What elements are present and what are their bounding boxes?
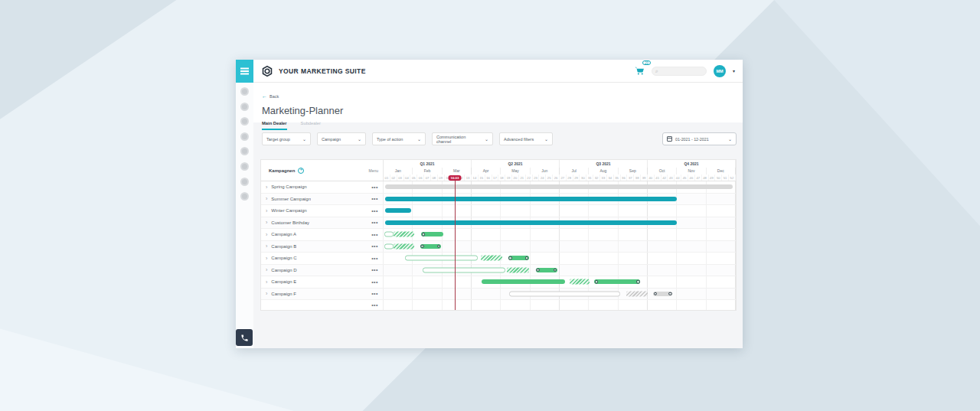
gantt-bar-solid[interactable]: [594, 279, 640, 284]
grid-cell: [707, 265, 736, 276]
row-menu-button[interactable]: •••: [371, 208, 378, 214]
gantt-bar-hatch[interactable]: [394, 232, 414, 237]
grid-cell: [707, 300, 736, 310]
gantt-bar-solid[interactable]: [508, 256, 529, 260]
week-number: 38: [634, 175, 641, 181]
row-menu-button[interactable]: •••: [371, 256, 378, 261]
campaign-list-item[interactable]: ›Campaign E•••: [261, 276, 384, 288]
gantt-bar-outline[interactable]: [405, 256, 478, 261]
grid-cell: [677, 229, 706, 240]
expand-chevron-icon[interactable]: ›: [266, 208, 267, 214]
gantt-bar-hatch[interactable]: [507, 267, 529, 272]
bar-handle-icon[interactable]: [668, 292, 672, 295]
expand-chevron-icon[interactable]: ›: [266, 243, 267, 249]
grid-cell: [531, 253, 560, 264]
gantt-bar-solid[interactable]: [385, 197, 677, 201]
campaign-list-item[interactable]: ›Campaign F•••: [261, 289, 384, 300]
campaign-list-item[interactable]: ›Summer Campaign•••: [261, 194, 384, 205]
row-menu-button[interactable]: •••: [371, 243, 378, 249]
gantt-bar-solid[interactable]: [420, 244, 441, 249]
gantt-bar-hatch[interactable]: [626, 291, 648, 296]
grid-cell: [648, 276, 677, 288]
campaign-list-item[interactable]: ›Campaign D•••: [261, 265, 384, 276]
rail-dot[interactable]: [240, 162, 249, 171]
search-input[interactable]: [660, 69, 698, 73]
bar-handle-icon[interactable]: [554, 268, 557, 272]
tab-subdealer[interactable]: Subdealer: [301, 121, 321, 130]
account-chevron-down-icon[interactable]: ▾: [733, 68, 735, 73]
row-menu-button[interactable]: •••: [371, 196, 378, 201]
bar-handle-icon[interactable]: [525, 256, 529, 260]
gantt-row-track: [384, 205, 736, 217]
expand-chevron-icon[interactable]: ›: [266, 232, 267, 237]
campaign-list-item[interactable]: ›Winter Campaign•••: [261, 205, 384, 217]
expand-chevron-icon[interactable]: ›: [266, 267, 267, 272]
rail-dot[interactable]: [240, 192, 249, 201]
gantt-row-track: [384, 194, 736, 205]
gantt-bar-hatch[interactable]: [394, 243, 414, 249]
campaign-list-item[interactable]: ›Spring Campaign•••: [261, 181, 384, 193]
rail-dot[interactable]: [240, 117, 249, 126]
campaign-list-item[interactable]: ›Campaign A•••: [261, 229, 384, 240]
tab-main-dealer[interactable]: Main Dealer: [262, 121, 287, 130]
rail-dot[interactable]: [240, 147, 249, 155]
bar-handle-icon[interactable]: [420, 244, 424, 248]
rail-dot[interactable]: [240, 178, 249, 186]
bar-handle-icon[interactable]: [422, 233, 426, 236]
search-box[interactable]: ⌕: [652, 67, 707, 76]
expand-chevron-icon[interactable]: ›: [266, 196, 267, 201]
bar-handle-icon[interactable]: [636, 280, 640, 284]
expand-chevron-icon[interactable]: ›: [266, 220, 267, 225]
avatar[interactable]: MM: [714, 65, 726, 77]
date-range-picker[interactable]: 01-2021 - 12-2021 ⌄: [662, 132, 737, 145]
gantt-bar-solid[interactable]: [385, 220, 677, 225]
row-menu-button[interactable]: •••: [371, 302, 378, 308]
phone-contact-button[interactable]: [236, 329, 253, 346]
row-menu-button[interactable]: •••: [371, 279, 378, 285]
row-menu-button[interactable]: •••: [371, 291, 378, 296]
bar-handle-icon[interactable]: [595, 280, 599, 284]
gantt-bar-solid[interactable]: [385, 208, 412, 213]
gantt-bar-solid[interactable]: [653, 292, 672, 296]
cart-button[interactable]: 20: [635, 64, 645, 78]
expand-chevron-icon[interactable]: ›: [266, 279, 267, 285]
rail-dot[interactable]: [240, 87, 249, 96]
bar-handle-icon[interactable]: [508, 256, 512, 260]
bar-handle-icon[interactable]: [437, 244, 441, 248]
gantt-bar-hatch[interactable]: [481, 256, 503, 261]
back-link[interactable]: ← Back: [262, 93, 279, 99]
gantt-bar-solid[interactable]: [421, 232, 443, 236]
filter-communication-channel[interactable]: Communication channel⌄: [432, 132, 493, 145]
rail-dot[interactable]: [240, 132, 249, 141]
campaign-list-item[interactable]: ›Customer Birthday•••: [261, 217, 384, 229]
add-campaign-button[interactable]: +: [298, 168, 304, 174]
gantt-bar-outline[interactable]: [423, 267, 505, 272]
gantt-bar-outline[interactable]: [384, 243, 394, 249]
hamburger-menu-button[interactable]: [236, 60, 253, 83]
row-menu-button[interactable]: •••: [371, 232, 378, 237]
gantt-bar-outline[interactable]: [509, 291, 621, 296]
expand-chevron-icon[interactable]: ›: [266, 256, 267, 261]
bar-handle-icon[interactable]: [536, 268, 540, 272]
filter-type-of-action[interactable]: Type of action⌄: [372, 132, 426, 145]
expand-chevron-icon[interactable]: ›: [266, 184, 267, 190]
gantt-bar-solid[interactable]: [482, 279, 565, 284]
filter-advanced-filters[interactable]: Advanced filters⌄: [499, 132, 553, 145]
campaign-list-item[interactable]: ›Campaign B•••: [261, 241, 384, 253]
campaign-list-item[interactable]: ›Campaign C•••: [261, 253, 384, 264]
campaign-row: ›Campaign F•••: [261, 289, 736, 301]
row-menu-button[interactable]: •••: [371, 267, 378, 272]
row-menu-button[interactable]: •••: [371, 220, 378, 225]
gantt-bar-hatch[interactable]: [570, 279, 590, 285]
bar-handle-icon[interactable]: [654, 292, 658, 295]
gantt-bar-outline[interactable]: [384, 232, 394, 237]
gantt-bar-solid[interactable]: [385, 184, 733, 189]
rail-dot[interactable]: [240, 103, 249, 111]
gantt-bar-solid[interactable]: [536, 268, 557, 272]
grid-cell: [707, 289, 736, 300]
filter-campaign[interactable]: Campaign⌄: [317, 132, 366, 145]
filter-target-group[interactable]: Target group⌄: [262, 132, 311, 145]
page-title: Marketing-Planner: [262, 105, 734, 116]
expand-chevron-icon[interactable]: ›: [266, 291, 267, 296]
row-menu-button[interactable]: •••: [371, 184, 378, 190]
